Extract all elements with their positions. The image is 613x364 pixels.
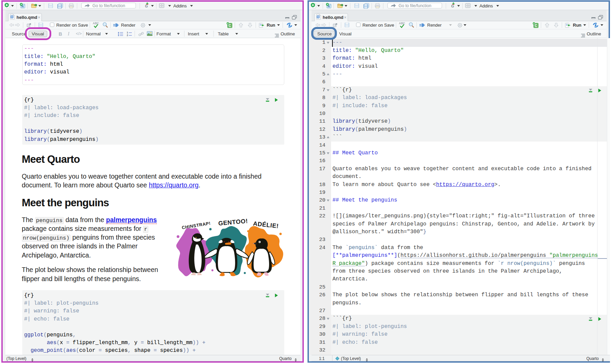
svg-text:1: 1	[127, 32, 128, 34]
svg-text:2: 2	[127, 34, 128, 36]
svg-text:GENTOO!: GENTOO!	[218, 217, 248, 227]
svg-text:C: C	[535, 24, 537, 28]
svg-text:ABC: ABC	[93, 22, 99, 25]
svg-text:C: C	[229, 24, 231, 28]
svg-text:ABC: ABC	[399, 22, 405, 25]
